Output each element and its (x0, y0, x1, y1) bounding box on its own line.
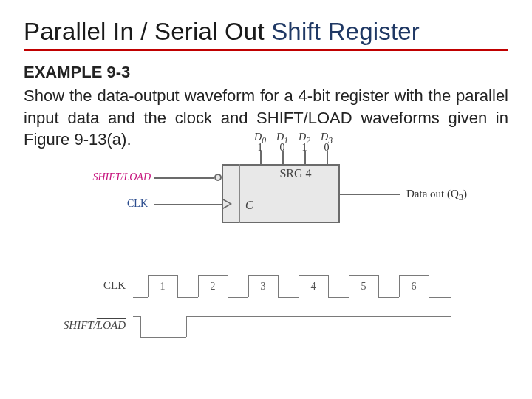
page-title: Parallel In / Serial Out Shift Register (24, 18, 508, 51)
clk-num-4: 4 (306, 281, 321, 293)
shiftload-wire (154, 177, 214, 179)
clk-num-2: 2 (205, 281, 220, 293)
pin-d1-wire (282, 151, 284, 164)
clk-label: CLK (103, 198, 148, 210)
shiftload-bubble-icon (214, 174, 222, 181)
timing-clk-label: CLK (81, 279, 126, 292)
clock-edge-icon (223, 199, 232, 209)
title-part2: Shift Register (271, 18, 420, 45)
dataout-wire (340, 194, 400, 195)
dataout-label: Data out (Q3) (406, 188, 467, 203)
pin-d3-wire (327, 151, 328, 164)
clk-num-6: 6 (406, 281, 421, 293)
block-diagram: D0 D1 D2 D3 1 0 1 0 SRG 4 C SHIFT/LOAD C… (59, 129, 473, 254)
shiftload-overline: LOAD (123, 171, 151, 183)
pin-d0-wire (260, 151, 262, 164)
block-divider (239, 164, 240, 223)
clk-num-3: 3 (256, 281, 270, 293)
clk-num-1: 1 (155, 281, 170, 293)
timing-shiftload-label: SHIFT/LOAD (56, 319, 126, 332)
clk-seg (133, 297, 148, 298)
pin-d2-wire (304, 151, 306, 164)
clock-port-label: C (245, 199, 253, 212)
example-label: EXAMPLE 9-3 (24, 63, 508, 82)
block-label: SRG 4 (251, 167, 340, 180)
title-part1: Parallel In / Serial Out (24, 18, 271, 45)
shiftload-label: SHIFT/LOAD (81, 171, 151, 183)
sl-seg (133, 316, 140, 317)
shiftload-prefix: SHIFT/ (92, 171, 123, 183)
clk-num-5: 5 (356, 281, 371, 293)
clk-wire (154, 204, 222, 205)
timing-diagram: CLK SHIFT/LOAD 1 2 3 4 5 6 (59, 267, 473, 352)
